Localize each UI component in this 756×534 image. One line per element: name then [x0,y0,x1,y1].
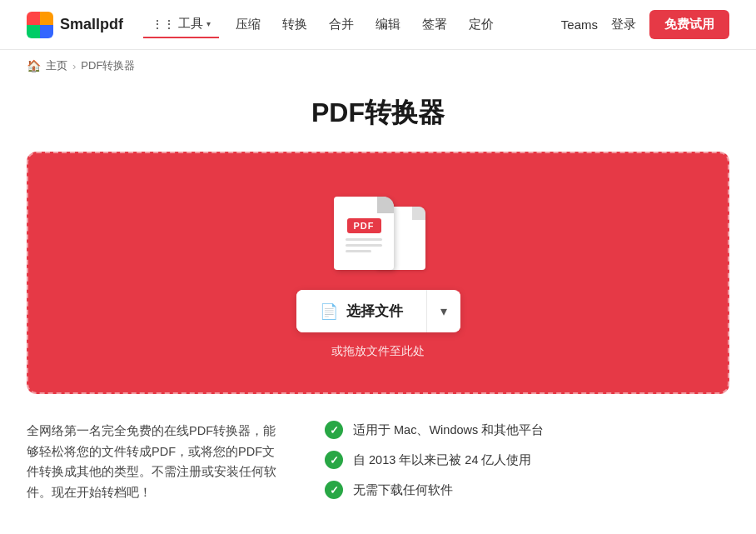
feature-item-2: ✓ 自 2013 年以来已被 24 亿人使用 [325,451,729,469]
free-trial-button[interactable]: 免费试用 [649,10,729,39]
nav-sign[interactable]: 签署 [412,12,457,37]
doc-line-1 [346,238,382,241]
tools-label: 工具 [178,16,203,32]
grid-icon: ⋮⋮ [152,17,175,31]
nav-convert[interactable]: 转换 [272,12,317,37]
doc-line-2 [346,244,382,247]
nav-tools: ⋮⋮ 工具 ▾ [143,11,219,38]
breadcrumb-current: PDF转换器 [81,58,135,73]
breadcrumb-home-link[interactable]: 主页 [46,58,67,73]
nav-edit[interactable]: 编辑 [366,12,410,37]
breadcrumb: 🏠 主页 › PDF转换器 [0,50,756,82]
feature-list: ✓ 适用于 Mac、Windows 和其他平台 ✓ 自 2013 年以来已被 2… [325,421,729,499]
home-icon: 🏠 [27,59,41,72]
nav-compress[interactable]: 压缩 [226,12,271,37]
logo[interactable]: Smallpdf [27,12,123,38]
doc-line-3 [346,250,371,252]
check-icon-3: ✓ [325,481,343,499]
nav-right: Teams 登录 免费试用 [561,10,729,39]
header: Smallpdf ⋮⋮ 工具 ▾ 压缩 转换 合并 编辑 签署 定价 Teams… [0,0,756,50]
breadcrumb-separator: › [72,60,76,72]
check-icon-1: ✓ [325,421,343,439]
check-icon-2: ✓ [325,451,343,469]
feature-section: 全网络第一名完全免费的在线PDF转换器，能够轻松将您的文件转成PDF，或将您的P… [0,394,756,534]
drop-text: 或拖放文件至此处 [331,344,425,359]
logo-icon [27,12,53,38]
drop-text-label: 或拖放文件至此处 [331,344,425,357]
doc-main: PDF [334,197,394,270]
feature-label-1: 适用于 Mac、Windows 和其他平台 [353,422,544,438]
chevron-down-icon: ▾ [206,19,211,28]
logo-text: Smallpdf [60,16,123,33]
page-title: PDF转换器 [0,95,756,132]
nav-login[interactable]: 登录 [611,17,636,32]
upload-options-button[interactable]: ▾ [427,292,460,331]
tools-menu-button[interactable]: ⋮⋮ 工具 ▾ [143,11,219,38]
select-file-label: 选择文件 [346,302,403,321]
doc-lines [346,238,382,256]
chevron-down-icon: ▾ [440,304,447,318]
feature-label-2: 自 2013 年以来已被 24 亿人使用 [353,452,532,468]
nav-main: 压缩 转换 合并 编辑 签署 定价 [226,12,504,37]
drop-zone[interactable]: PDF 📄 选择文件 ▾ 或拖放文件至此处 [27,152,729,394]
pdf-label: PDF [347,218,381,233]
nav-teams[interactable]: Teams [561,17,598,32]
feature-item-1: ✓ 适用于 Mac、Windows 和其他平台 [325,421,729,439]
feature-description: 全网络第一名完全免费的在线PDF转换器，能够轻松将您的文件转成PDF，或将您的P… [27,421,285,503]
page-title-section: PDF转换器 [0,82,756,152]
file-icon: 📄 [320,302,338,321]
select-file-button[interactable]: 📄 选择文件 [296,290,427,332]
feature-label-3: 无需下载任何软件 [353,482,453,498]
upload-button-row: 📄 选择文件 ▾ [296,290,460,332]
pdf-icon-group: PDF [324,187,432,270]
nav-merge[interactable]: 合并 [319,12,364,37]
feature-item-3: ✓ 无需下载任何软件 [325,481,729,499]
nav-pricing[interactable]: 定价 [459,12,504,37]
